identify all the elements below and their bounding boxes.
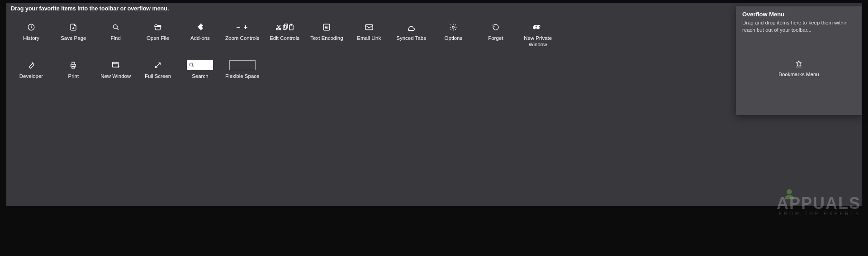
edit-controls-icon: [264, 21, 305, 34]
item-label: New Private Window: [517, 35, 558, 48]
search-field-preview: [180, 59, 220, 72]
item-label: Add-ons: [180, 35, 220, 42]
bookmarks-menu-icon: [742, 58, 855, 69]
item-text-encoding[interactable]: Text Encoding: [306, 21, 347, 42]
overflow-description: Drag and drop items here to keep them wi…: [742, 19, 855, 34]
item-find[interactable]: Find: [95, 21, 136, 42]
customize-toolbar-panel: Drag your favorite items into the toolba…: [6, 3, 862, 206]
item-history[interactable]: History: [11, 21, 52, 42]
svg-rect-14: [72, 62, 75, 64]
svg-rect-7: [291, 24, 292, 25]
item-full-screen[interactable]: Full Screen: [138, 59, 178, 80]
item-label: Edit Controls: [264, 35, 305, 42]
item-label: Forget: [475, 35, 516, 42]
synced-tabs-icon: [391, 21, 432, 34]
item-edit-controls[interactable]: Edit Controls: [264, 21, 305, 42]
item-synced-tabs[interactable]: Synced Tabs: [391, 21, 432, 42]
overflow-title: Overflow Menu: [742, 11, 855, 18]
item-label: Synced Tabs: [391, 35, 432, 42]
item-label: Search: [180, 73, 220, 80]
svg-rect-8: [324, 24, 330, 30]
item-label: New Window: [95, 73, 136, 80]
item-print[interactable]: Print: [53, 59, 94, 80]
email-icon: [349, 21, 389, 34]
item-label: Print: [53, 73, 94, 80]
svg-point-10: [452, 26, 455, 29]
flexible-space-preview: [222, 59, 263, 72]
item-label: Email Link: [349, 35, 389, 42]
item-options[interactable]: Options: [433, 21, 474, 42]
overflow-item-bookmarks-menu[interactable]: Bookmarks Menu: [742, 58, 855, 77]
print-icon: [53, 59, 94, 72]
gear-icon: [433, 21, 474, 34]
svg-rect-9: [365, 24, 373, 29]
item-flexible-space[interactable]: Flexible Space: [222, 59, 263, 80]
item-label: Options: [433, 35, 474, 42]
item-open-file[interactable]: Open File: [138, 21, 178, 42]
item-search[interactable]: Search: [180, 59, 220, 80]
wrench-icon: [11, 59, 52, 72]
item-private-window[interactable]: New Private Window: [517, 21, 558, 48]
svg-point-11: [536, 26, 537, 28]
item-label: Find: [95, 35, 136, 42]
fullscreen-icon: [138, 59, 178, 72]
instruction-text: Drag your favorite items into the toolba…: [11, 5, 169, 12]
history-icon: [11, 21, 52, 34]
svg-point-17: [190, 63, 193, 66]
text-encoding-icon: [306, 21, 347, 34]
item-label: Flexible Space: [222, 73, 263, 80]
item-label: Full Screen: [138, 73, 178, 80]
item-label: Text Encoding: [306, 35, 347, 42]
item-zoom-controls[interactable]: Zoom Controls: [222, 21, 263, 42]
item-label: History: [11, 35, 52, 42]
item-label: Zoom Controls: [222, 35, 263, 42]
watermark-subtext: FROM THE EXPERTS: [777, 211, 861, 216]
item-email-link[interactable]: Email Link: [349, 21, 389, 42]
search-icon: [95, 21, 136, 34]
item-addons[interactable]: Add-ons: [180, 21, 220, 42]
overflow-menu-panel[interactable]: Overflow Menu Drag and drop items here t…: [736, 6, 862, 115]
item-label: Open File: [138, 35, 178, 42]
item-developer[interactable]: Developer: [11, 59, 52, 80]
mask-icon: [517, 21, 558, 34]
save-page-icon: [53, 21, 94, 34]
forget-icon: [475, 21, 516, 34]
svg-rect-15: [72, 66, 75, 68]
svg-point-12: [539, 26, 540, 28]
zoom-controls-icon: [222, 21, 263, 34]
overflow-item-label: Bookmarks Menu: [742, 71, 855, 77]
item-save-page[interactable]: Save Page: [53, 21, 94, 42]
open-file-icon: [138, 21, 178, 34]
new-window-icon: [95, 59, 136, 72]
svg-point-1: [113, 24, 117, 29]
puzzle-icon: [180, 21, 220, 34]
item-label: Developer: [11, 73, 52, 80]
svg-rect-16: [112, 62, 118, 67]
item-label: Save Page: [53, 35, 94, 42]
item-new-window[interactable]: New Window: [95, 59, 136, 80]
item-forget[interactable]: Forget: [475, 21, 516, 42]
available-items-grid: History Save Page Find Open File Add-ons: [11, 18, 726, 202]
